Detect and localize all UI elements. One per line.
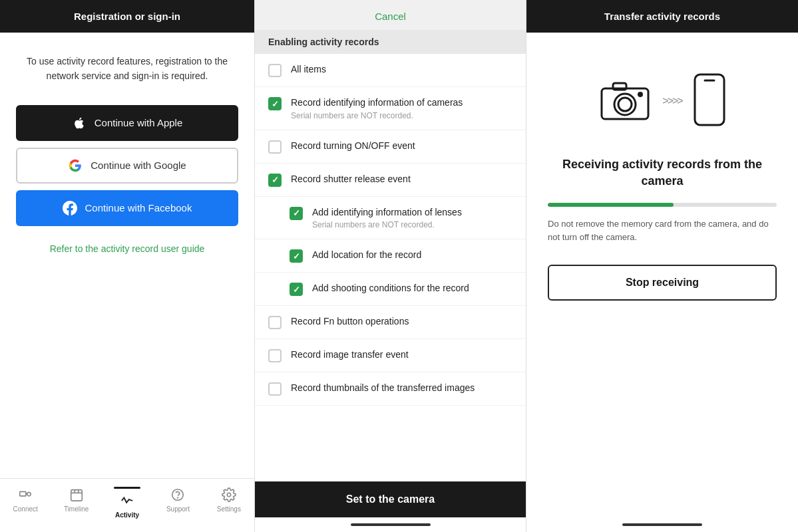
connect-icon [17,487,33,503]
check-lens-id-label: Add identifying information of lenses [312,206,512,219]
panel3-header: Transfer activity records [526,0,798,33]
check-fn-btn[interactable]: Record Fn button operations [255,306,526,339]
check-all-label: All items [291,63,512,76]
nav-activity[interactable]: Activity [102,484,152,521]
check-shutter[interactable]: Record shutter release event [255,164,526,197]
checkbox-location[interactable] [290,249,303,263]
svg-rect-15 [695,74,724,125]
svg-point-8 [178,497,178,498]
home-bar-3 [526,517,798,532]
support-icon [170,487,186,503]
svg-point-12 [618,98,632,111]
checkbox-thumbnails[interactable] [268,382,282,396]
checkbox-shutter[interactable] [268,174,282,187]
nav-settings[interactable]: Settings [204,484,254,521]
checklist-wrapper: All items Record identifying information… [255,54,526,532]
phone-icon-large [693,72,726,130]
activity-icon [119,493,135,509]
check-on-off[interactable]: Record turning ON/OFF event [255,130,526,164]
svg-rect-13 [613,83,626,90]
home-indicator-3 [622,523,702,526]
nav-timeline[interactable]: Timeline [51,484,101,521]
check-location-label: Add location for the record [312,249,512,262]
transfer-title: Receiving activity records from the came… [548,156,777,190]
check-location[interactable]: Add location for the record [255,239,526,273]
google-icon [68,158,83,173]
nav-connect[interactable]: Connect [0,484,51,521]
check-conditions-label: Add shooting conditions for the record [312,282,512,295]
panel3-body: >>>> Receiving activity records from the… [526,33,798,301]
svg-rect-0 [20,491,26,495]
guide-link[interactable]: Refer to the activity record user guide [50,243,205,254]
checkbox-all[interactable] [268,64,282,77]
registration-panel: Registration or sign-in To use activity … [0,0,255,532]
check-img-transfer-label: Record image transfer event [291,348,512,362]
timeline-icon [69,487,85,503]
check-all-text: All items [291,63,512,76]
check-cam-id[interactable]: Record identifying information of camera… [255,87,526,130]
google-signin-button[interactable]: Continue with Google [16,148,238,184]
panel1-title: Registration or sign-in [74,11,180,22]
checkbox-on-off[interactable] [268,140,282,154]
arrow-right-icon: >>>> [662,95,682,107]
svg-point-1 [27,492,31,496]
check-cam-id-label: Record identifying information of camera… [291,96,512,110]
svg-rect-3 [71,490,82,501]
panel1-description: To use activity record features, registr… [16,54,238,84]
settings-icon [221,487,237,503]
check-thumbnails-label: Record thumbnails of the transferred ima… [291,382,512,395]
facebook-icon [63,201,77,215]
svg-point-14 [638,92,643,97]
nav-timeline-label: Timeline [64,505,89,513]
check-on-off-label: Record turning ON/OFF event [291,140,512,153]
nav-support-label: Support [166,505,190,513]
nav-activity-label: Activity [115,511,139,519]
transfer-warning: Do not remove the memory card from the c… [548,217,777,243]
cancel-button[interactable]: Cancel [255,8,526,30]
camera-icon-large [598,76,652,126]
progress-bar [548,203,777,207]
bottom-navigation: Connect Timeline Activity [0,478,254,532]
home-indicator-2 [351,523,431,526]
checkbox-img-transfer[interactable] [268,349,282,362]
set-camera-button[interactable]: Set to the camera [255,481,526,517]
check-fn-btn-text: Record Fn button operations [291,315,512,329]
check-lens-id-text: Add identifying information of lenses Se… [312,206,512,230]
nav-settings-label: Settings [217,505,241,513]
stop-receiving-button[interactable]: Stop receiving [548,265,777,301]
checkbox-fn-btn[interactable] [268,316,282,329]
progress-fill [548,203,674,207]
nav-support[interactable]: Support [152,484,203,521]
check-cam-id-sub: Serial numbers are NOT recorded. [291,111,512,120]
svg-point-9 [227,493,231,497]
facebook-signin-button[interactable]: Continue with Facebook [16,190,238,226]
check-thumbnails-text: Record thumbnails of the transferred ima… [291,382,512,395]
panel1-body: To use activity record features, registr… [0,33,254,478]
check-location-text: Add location for the record [312,249,512,262]
checkbox-conditions[interactable] [290,283,303,296]
transfer-illustration: >>>> [598,72,725,130]
panel3-title: Transfer activity records [604,11,720,22]
check-lens-id[interactable]: Add identifying information of lenses Se… [255,197,526,240]
check-conditions[interactable]: Add shooting conditions for the record [255,273,526,306]
home-bar-2 [255,517,526,532]
nav-connect-label: Connect [13,505,38,513]
section-header: Enabling activity records [255,30,526,54]
panel2-top: Cancel Enabling activity records [255,0,526,54]
check-on-off-text: Record turning ON/OFF event [291,140,512,153]
check-cam-id-text: Record identifying information of camera… [291,96,512,120]
checkbox-cam-id[interactable] [268,97,282,110]
google-btn-label: Continue with Google [91,160,186,171]
check-fn-btn-label: Record Fn button operations [291,315,512,329]
apple-signin-button[interactable]: Continue with Apple [16,105,238,141]
check-shutter-label: Record shutter release event [291,173,512,186]
check-img-transfer-text: Record image transfer event [291,348,512,362]
nav-active-indicator [114,487,140,489]
check-thumbnails[interactable]: Record thumbnails of the transferred ima… [255,372,526,406]
check-shutter-text: Record shutter release event [291,173,512,186]
check-all-items[interactable]: All items [255,54,526,87]
panel2-footer: Set to the camera [255,481,526,532]
checkbox-lens-id[interactable] [290,207,303,220]
activity-records-panel: Cancel Enabling activity records All ite… [255,0,526,532]
check-img-transfer[interactable]: Record image transfer event [255,339,526,372]
